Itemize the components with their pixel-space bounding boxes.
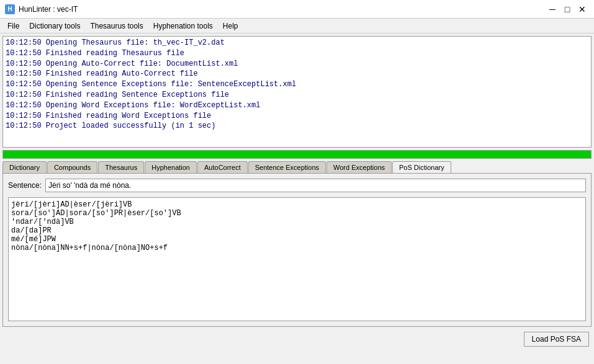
menu-bar: File Dictionary tools Thesaurus tools Hy… xyxy=(0,19,594,33)
load-pos-fsa-button[interactable]: Load PoS FSA xyxy=(524,332,589,347)
bottom-bar: Load PoS FSA xyxy=(0,329,594,349)
menu-dictionary-tools[interactable]: Dictionary tools xyxy=(24,20,85,32)
log-line: 10:12:50 Opening Thesaurus file: th_vec-… xyxy=(6,38,588,48)
tab-pos-dictionary[interactable]: PoS Dictionary xyxy=(392,161,451,173)
app-icon: H xyxy=(5,4,15,14)
log-line: 10:12:50 Opening Auto-Correct file: Docu… xyxy=(6,59,588,69)
log-line: 10:12:50 Finished reading Sentence Excep… xyxy=(6,90,588,100)
minimize-button[interactable]: ─ xyxy=(546,2,559,16)
tab-autocorrect[interactable]: AutoCorrect xyxy=(197,161,248,173)
log-scroll-area[interactable]: 10:12:50 Opening Thesaurus file: th_vec-… xyxy=(2,36,592,148)
log-line: 10:12:50 Finished reading Thesaurus file xyxy=(6,48,588,59)
sentence-input[interactable] xyxy=(45,179,586,192)
tabs-container: Dictionary Compounds Thesaurus Hyphenati… xyxy=(2,161,592,173)
menu-thesaurus-tools[interactable]: Thesaurus tools xyxy=(85,20,148,32)
menu-help[interactable]: Help xyxy=(218,20,243,32)
tab-dictionary[interactable]: Dictionary xyxy=(2,161,47,173)
window-title: HunLinter : vec-IT xyxy=(19,5,78,14)
progress-bar-fill xyxy=(3,151,591,158)
sentence-label: Sentence: xyxy=(8,181,42,190)
window-controls: ─ □ ✕ xyxy=(546,2,589,16)
log-wrapper: 10:12:50 Opening Thesaurus file: th_vec-… xyxy=(2,36,592,148)
progress-bar-container xyxy=(2,150,592,159)
title-bar: H HunLinter : vec-IT ─ □ ✕ xyxy=(0,0,594,19)
maximize-button[interactable]: □ xyxy=(560,2,574,16)
log-line: 10:12:50 Opening Word Exceptions file: W… xyxy=(6,100,588,111)
close-button[interactable]: ✕ xyxy=(575,2,589,16)
tab-word-exceptions[interactable]: Word Exceptions xyxy=(326,161,392,173)
result-textarea[interactable] xyxy=(8,197,586,321)
menu-file[interactable]: File xyxy=(2,20,24,32)
log-line: 10:12:50 Finished reading Word Exception… xyxy=(6,111,588,122)
log-line: 10:12:50 Project loaded successfully (in… xyxy=(6,121,588,131)
tab-sentence-exceptions[interactable]: Sentence Exceptions xyxy=(248,161,326,173)
content-area: Sentence: xyxy=(2,173,592,327)
tab-compounds[interactable]: Compounds xyxy=(47,161,97,173)
menu-hyphenation-tools[interactable]: Hyphenation tools xyxy=(148,20,218,32)
title-bar-left: H HunLinter : vec-IT xyxy=(5,4,78,14)
sentence-row: Sentence: xyxy=(8,179,586,192)
log-line: 10:12:50 Opening Sentence Exceptions fil… xyxy=(6,79,588,90)
log-line: 10:12:50 Finished reading Auto-Correct f… xyxy=(6,69,588,79)
tab-hyphenation[interactable]: Hyphenation xyxy=(145,161,197,173)
tab-thesaurus[interactable]: Thesaurus xyxy=(98,161,144,173)
